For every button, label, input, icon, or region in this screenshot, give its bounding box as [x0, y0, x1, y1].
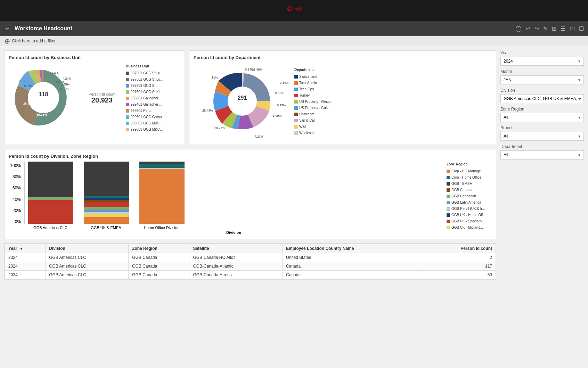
business-unit-chart: Person Id count by Business Unit 4.24% 0…: [4, 50, 185, 145]
back-button[interactable]: ←: [4, 25, 10, 32]
svg-text:15.46%: 15.46%: [252, 68, 263, 71]
year-select[interactable]: 2024: [500, 57, 584, 66]
y-label-80: 80%: [13, 174, 21, 179]
legend-item-6: 999401 Gallagher ...: [126, 102, 165, 107]
x-label-home: Home Office Division: [139, 226, 184, 230]
x-label-americas: GGB Americas CLC: [28, 226, 73, 230]
cell-division-3: GGB Americas CLC: [46, 271, 129, 279]
bar-home-office: [139, 162, 185, 224]
bar-uk-emea-seg9: [84, 214, 129, 217]
table-header-row: Year ▼ Division Zone Region Satellite: [5, 244, 496, 253]
legend-item-10: 999603 GCG M&C...: [126, 127, 165, 132]
year-select-wrapper[interactable]: 2024: [500, 57, 584, 66]
cell-count-1: 2: [423, 253, 496, 262]
zone-legend-9: GGB UK - Specialty: [447, 219, 492, 224]
cell-year-1: 2024: [5, 253, 46, 262]
bar-chart-wrapper: 100% 80% 60% 40% 20% 0%: [9, 162, 492, 235]
refresh-icon[interactable]: ◯: [515, 25, 522, 32]
main-content: Person Id count by Business Unit 4.24% 0…: [0, 46, 588, 284]
filter-bar[interactable]: ⨁ Click here to add a filter: [0, 36, 588, 46]
cell-satellite-3: GGB-Canada-Atrens: [189, 271, 283, 279]
cell-country-3: Canada: [283, 271, 423, 279]
x-labels: GGB Americas CLC GGB UK & EMEA Home Offi…: [24, 226, 443, 230]
legend-header: Business Unit: [126, 64, 165, 69]
y-label-20: 20%: [13, 208, 21, 213]
col-count[interactable]: Person Id count: [423, 244, 496, 253]
svg-text:28.81%: 28.81%: [23, 102, 34, 105]
zone-legend-header: Zone Region: [447, 162, 492, 167]
zone-region-legend: Zone Region Corp - HO Manage... Corp - H…: [447, 162, 492, 235]
y-label-100: 100%: [10, 163, 21, 168]
svg-text:11%: 11%: [212, 76, 218, 79]
cell-satellite-1: GGB Canada HO Alloc: [189, 253, 283, 262]
division-select-wrapper[interactable]: GGB Americas CLC, GGB UK & EMEA, Home...…: [500, 94, 584, 103]
x-axis-title: Division: [24, 230, 443, 235]
dept-legend-5: US Property - Alesco: [294, 99, 332, 105]
business-unit-pie: 4.24% 0.85% 0.85% 1.69% 2.54% 1.69% 2.54…: [9, 63, 78, 133]
zone-legend-6: GGB Latin America: [447, 200, 492, 205]
zone-region-select[interactable]: All: [500, 113, 584, 122]
bar-americas-seg1: [28, 162, 73, 197]
department-select-wrapper[interactable]: All: [500, 150, 584, 160]
toolbar-icons: ◯ ↩ ↪ ✎ ⊞ ☰ ◫ ☐: [515, 25, 584, 32]
svg-text:8.25%: 8.25%: [277, 104, 286, 107]
bar-uk-emea-seg10: [84, 217, 129, 224]
table-icon[interactable]: ◫: [570, 25, 575, 32]
sort-year-icon[interactable]: ▼: [20, 247, 23, 251]
filter-division: Division GGB Americas CLC, GGB UK & EMEA…: [500, 88, 584, 103]
oracle-reg-icon: ®: [296, 7, 301, 11]
bar-uk-emea-seg1: [84, 162, 129, 196]
person-id-count-label: Person Id count: [89, 92, 115, 96]
month-select[interactable]: JAN: [500, 75, 584, 84]
redo-icon[interactable]: ↪: [534, 25, 539, 32]
dept-legend-9: W&I: [294, 124, 332, 130]
division-zone-title: Person Id count by Division, Zone Region: [9, 154, 492, 159]
col-year[interactable]: Year ▼: [5, 244, 46, 253]
month-select-wrapper[interactable]: JAN: [500, 75, 584, 84]
edit-icon[interactable]: ✎: [543, 25, 548, 32]
branch-select[interactable]: All: [500, 132, 584, 141]
department-title: Person Id count by Department: [194, 55, 492, 60]
col-country[interactable]: Employee Location Country Name: [283, 244, 423, 253]
zone-legend-2: Corp - Home Office: [447, 175, 492, 180]
svg-text:7.22%: 7.22%: [254, 135, 263, 138]
zone-legend-8: GGB UK - Home Off...: [447, 212, 492, 218]
department-legend: Department Switzerland Tack Admin Tech O…: [294, 67, 332, 137]
branch-select-wrapper[interactable]: All: [500, 132, 584, 141]
col-zone-region[interactable]: Zone Region: [129, 244, 189, 253]
department-select[interactable]: All: [500, 150, 584, 160]
table-row: 2024 GGB Americas CLC GGB Canada GGB-Can…: [5, 271, 496, 279]
data-table-card: Year ▼ Division Zone Region Satellite: [4, 243, 496, 280]
dept-legend-2: Tack Admin: [294, 80, 332, 86]
expand-icon[interactable]: ☐: [579, 25, 584, 32]
grid-icon[interactable]: ⊞: [552, 25, 556, 32]
menu-icon[interactable]: ☰: [561, 25, 565, 32]
zone-region-select-wrapper[interactable]: All: [500, 113, 584, 122]
cell-satellite-2: GGB-Canada-Atlantic: [189, 262, 283, 271]
dept-legend-4: Turkey: [294, 93, 332, 98]
dept-legend-10: Wholesale: [294, 130, 332, 136]
zone-legend-1: Corp - HO Manage...: [447, 169, 492, 174]
dept-legend-7: Upstream: [294, 112, 332, 117]
zone-legend-7: GGB Retail (UK & Ir...: [447, 206, 492, 212]
col-satellite[interactable]: Satellite: [189, 244, 283, 253]
cell-division-2: GGB Americas CLC: [46, 262, 129, 271]
business-unit-legend: Business Unit 997501 GCG St Lu... 997502…: [126, 64, 165, 133]
svg-text:55.93%: 55.93%: [36, 113, 47, 116]
svg-text:118: 118: [39, 91, 48, 97]
svg-text:25.43%: 25.43%: [202, 109, 213, 112]
division-select[interactable]: GGB Americas CLC, GGB UK & EMEA, Home...…: [500, 94, 584, 103]
charts-area: Person Id count by Business Unit 4.24% 0…: [4, 50, 496, 280]
y-label-60: 60%: [13, 186, 21, 190]
col-division[interactable]: Division: [46, 244, 129, 253]
legend-item-3: 997503 GCG St...: [126, 83, 165, 89]
filter-year: Year 2024: [500, 50, 584, 66]
bar-uk-emea: [84, 162, 129, 224]
oracle-logo-text: ORACLE: [287, 6, 292, 11]
sidebar-filters: Year 2024 Month JAN Division GGB America…: [500, 50, 584, 280]
page-title: Workforce Headcount: [15, 25, 513, 32]
cell-count-2: 117: [423, 262, 496, 271]
bar-uk-emea-seg6: [84, 207, 129, 210]
department-chart: Person Id count by Department: [189, 50, 496, 145]
undo-icon[interactable]: ↩: [526, 25, 530, 32]
